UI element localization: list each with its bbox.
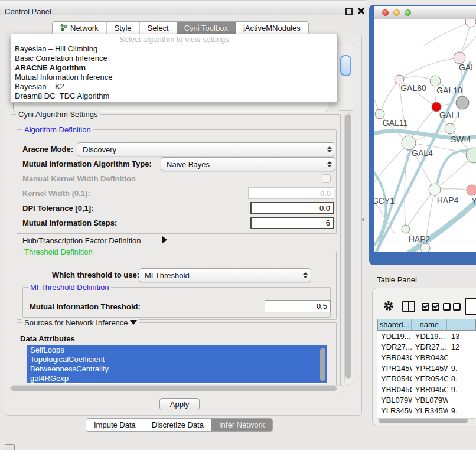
network-node-label: GAL4 bbox=[412, 148, 433, 158]
table-cell: YBR045C bbox=[377, 384, 412, 395]
expand-arrow-icon[interactable] bbox=[162, 236, 167, 243]
attribute-list-item[interactable]: BetweennessCentrality bbox=[27, 364, 327, 374]
table-row[interactable]: YBL079WYBL079W bbox=[377, 395, 476, 406]
mi-steps-input[interactable] bbox=[250, 217, 334, 229]
panel-toggle-button[interactable] bbox=[5, 444, 15, 450]
dpi-tolerance-input[interactable] bbox=[250, 202, 334, 214]
group-title: Sources for Network Inference bbox=[22, 318, 139, 327]
network-node-gal[interactable] bbox=[454, 52, 465, 64]
attribute-list-item[interactable]: gal4RGexp bbox=[27, 374, 327, 383]
tab-jactivemnodules[interactable]: jActiveMNodules bbox=[236, 22, 308, 34]
table-header-cell[interactable]: name bbox=[412, 319, 447, 330]
tab-network[interactable]: Network bbox=[53, 22, 106, 34]
network-node-hap4[interactable] bbox=[429, 184, 441, 195]
table-cell: YIL052C bbox=[412, 416, 448, 418]
table-cell: YBR043C bbox=[377, 353, 412, 363]
table-row[interactable]: YIL052CYIL052C8. bbox=[377, 416, 476, 418]
background-groupbox-fragment bbox=[338, 44, 354, 111]
table-cell: YDL19... bbox=[377, 331, 412, 342]
table-cell: YER054C bbox=[412, 374, 448, 384]
settings-vertical-scrollbar-thumb[interactable] bbox=[345, 114, 351, 379]
group-title: Algorithm Definition bbox=[22, 125, 93, 134]
combo-arrows-icon bbox=[300, 272, 311, 278]
table-header-cell[interactable]: shared... bbox=[378, 319, 412, 330]
list-scrollbar-thumb[interactable] bbox=[320, 348, 325, 381]
splitter-collapse-icon[interactable] bbox=[361, 217, 364, 222]
network-node-label: GAL11 bbox=[383, 118, 408, 128]
table-row[interactable]: YBR045CYBR045C9. bbox=[377, 384, 476, 395]
tab-cyni-toolbox[interactable]: Cyni Toolbox bbox=[177, 22, 236, 34]
document-icon[interactable] bbox=[465, 298, 476, 315]
popup-item[interactable]: Basic Correlation Inference bbox=[11, 54, 337, 63]
tab-discretize-data[interactable]: Discretize Data bbox=[144, 419, 211, 431]
table-row[interactable]: YDL19...YDL19...13 bbox=[377, 331, 476, 342]
popup-item[interactable]: Dream8 DC_TDC Algorithm bbox=[11, 92, 337, 101]
network-node[interactable] bbox=[456, 96, 469, 109]
network-node[interactable] bbox=[420, 243, 430, 252]
mi-threshold-input[interactable] bbox=[265, 300, 331, 312]
table-cell: YIL052C bbox=[377, 416, 412, 418]
mi-algorithm-type-combo[interactable]: Naive Bayes bbox=[161, 157, 335, 171]
table-cell: 8. bbox=[448, 416, 476, 418]
aracne-mode-label: Aracne Mode: bbox=[22, 145, 73, 154]
tab-label: Cyni Toolbox bbox=[184, 24, 228, 32]
deselect-all-checkboxes-icon[interactable] bbox=[443, 303, 461, 311]
close-icon[interactable] bbox=[357, 7, 365, 15]
tab-impute-data[interactable]: Impute Data bbox=[86, 419, 144, 431]
table-cell: 9. bbox=[448, 406, 476, 416]
zoom-light-icon[interactable] bbox=[405, 9, 411, 16]
network-node-label: GAL bbox=[459, 63, 475, 72]
network-node-hap2[interactable] bbox=[402, 225, 410, 233]
combo-value: Naive Bayes bbox=[161, 160, 324, 169]
table-cell: YLR345W bbox=[377, 406, 412, 416]
table-cell: YER054C bbox=[377, 374, 412, 384]
network-view-titlebar bbox=[374, 6, 476, 19]
table-row[interactable]: YDR27...YDR27...12 bbox=[377, 342, 476, 353]
table-header-cell[interactable] bbox=[447, 319, 475, 330]
network-node-gal10[interactable] bbox=[430, 76, 441, 86]
table-row[interactable]: YBR043CYBR043C bbox=[377, 353, 476, 363]
network-node[interactable] bbox=[465, 19, 476, 27]
network-canvas[interactable]: GALGAL80GAL10GAL1GAL11SWI4GAL4GCY1HAP4YH… bbox=[374, 19, 476, 252]
table-row[interactable]: YLR345WYLR345W9. bbox=[377, 406, 476, 416]
popup-placeholder: Select algorithm to view settings bbox=[11, 34, 337, 44]
checked-checkbox-icon bbox=[422, 303, 429, 311]
popup-item[interactable]: Bayesian – K2 bbox=[11, 82, 337, 92]
popup-item[interactable]: Bayesian – Hill Climbing bbox=[11, 44, 337, 54]
network-node-gal11[interactable] bbox=[375, 109, 384, 119]
settings-horizontal-scrollbar-thumb[interactable] bbox=[11, 386, 337, 391]
mi-type-label: Mutual Information Algorithm Type: bbox=[22, 159, 152, 168]
network-node-y[interactable] bbox=[467, 185, 476, 195]
tab-style[interactable]: Style bbox=[106, 22, 139, 34]
table-cell: 12 bbox=[448, 342, 476, 353]
manual-kernel-label: Manual Kernel Width Definition bbox=[22, 174, 136, 183]
minimize-light-icon[interactable] bbox=[393, 9, 400, 16]
table-row[interactable]: YPR145WYPR145W9. bbox=[377, 363, 476, 374]
tab-infer-network[interactable]: Infer Network bbox=[211, 419, 272, 431]
select-all-checkboxes-icon[interactable] bbox=[422, 303, 439, 311]
screen: Control Panel Network Style Select Cyni … bbox=[0, 0, 476, 450]
table-cell: 13 bbox=[448, 331, 476, 342]
popup-item[interactable]: Mutual Information Inference bbox=[11, 73, 337, 82]
table-cell: 8. bbox=[448, 374, 476, 384]
tab-select[interactable]: Select bbox=[139, 22, 177, 34]
attribute-list-item[interactable]: TopologicalCoefficient bbox=[27, 355, 327, 364]
table-horizontal-scrollbar-thumb[interactable] bbox=[379, 419, 468, 423]
which-threshold-combo[interactable]: MI Threshold bbox=[139, 268, 311, 282]
mi-threshold-label: Mutual Information Threshold: bbox=[30, 302, 141, 311]
close-light-icon[interactable] bbox=[382, 9, 389, 16]
collapse-arrow-icon[interactable] bbox=[130, 320, 137, 325]
network-node-gal1[interactable] bbox=[445, 123, 455, 134]
split-columns-icon[interactable] bbox=[402, 301, 415, 312]
table-cell bbox=[448, 353, 476, 363]
network-node-label: HAP2 bbox=[409, 234, 431, 244]
settings-gear-icon[interactable] bbox=[383, 300, 395, 314]
float-window-icon[interactable] bbox=[345, 8, 353, 15]
popup-item[interactable]: ARACNE Algorithm bbox=[11, 63, 337, 73]
attribute-list-item[interactable]: SelfLoops bbox=[27, 345, 327, 355]
combo-arrows-icon bbox=[324, 161, 335, 167]
table-row[interactable]: YER054CYER054C8. bbox=[377, 374, 476, 384]
apply-button[interactable]: Apply bbox=[159, 398, 200, 410]
aracne-mode-combo[interactable]: Discovery bbox=[77, 142, 335, 156]
table-cell: YBL079W bbox=[412, 395, 448, 406]
